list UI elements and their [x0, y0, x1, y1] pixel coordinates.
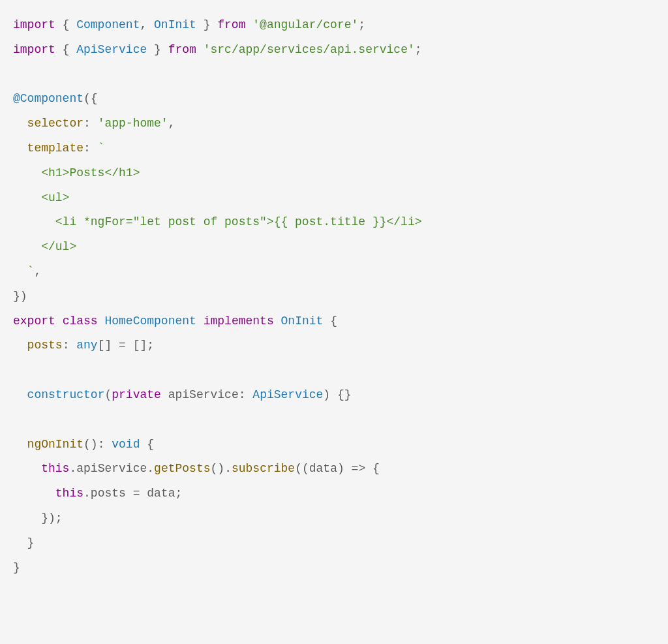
keyword-constructor: constructor: [27, 388, 105, 401]
empty-array: []: [133, 339, 147, 352]
space: [140, 438, 147, 451]
string-angular-core: '@angular/core': [252, 18, 358, 31]
line-1: import { Component, OnInit } from '@angu…: [13, 18, 365, 31]
comma: ,: [168, 117, 175, 130]
paren: (: [104, 388, 112, 401]
line-21: });: [13, 512, 63, 525]
indent: [13, 438, 27, 451]
dot: .: [224, 462, 232, 475]
keyword-from: from: [217, 18, 245, 31]
line-19: this.apiService.getPosts().subscribe((da…: [13, 462, 380, 475]
space: [344, 462, 352, 475]
line-12-close: }): [13, 290, 27, 303]
paren-brace: ({: [84, 92, 98, 105]
equals: =: [126, 487, 147, 500]
colon: :: [239, 388, 253, 401]
colon: :: [63, 339, 77, 352]
prop-selector: selector: [27, 117, 84, 130]
string-api-service-path: 'src/app/services/api.service': [204, 43, 415, 56]
space: [323, 314, 330, 328]
semicolon: ;: [415, 43, 422, 56]
line-2: import { ApiService } from 'src/app/serv…: [13, 43, 422, 56]
type-void: void: [112, 438, 140, 451]
param-data: data: [309, 462, 337, 475]
space: [196, 43, 204, 56]
equals: =: [112, 339, 132, 352]
space: [55, 314, 63, 328]
brace: }: [147, 43, 168, 56]
colon: :: [84, 142, 98, 155]
dot: .: [147, 462, 154, 475]
comma: ,: [140, 18, 154, 31]
line-6: template: `: [13, 142, 104, 155]
line-18: ngOnInit(): void {: [13, 438, 154, 451]
space: [274, 314, 281, 328]
ident-component: Component: [76, 18, 140, 31]
fn-subscribe: subscribe: [232, 462, 295, 475]
string-selector-val: 'app-home': [98, 117, 168, 130]
indent: [13, 142, 27, 155]
brackets: []: [98, 339, 112, 352]
indent: [13, 117, 27, 130]
paren: ): [337, 462, 344, 475]
indent: [13, 339, 27, 352]
space: [365, 462, 372, 475]
line-5: selector: 'app-home',: [13, 117, 175, 130]
keyword-implements: implements: [204, 314, 274, 328]
brace: {: [55, 43, 76, 56]
line-8-template-ul: <ul>: [13, 191, 69, 204]
line-14: posts: any[] = [];: [13, 339, 154, 352]
parens: (): [84, 438, 98, 451]
fn-getposts: getPosts: [154, 462, 210, 475]
indent: [13, 388, 27, 401]
decorator-component: @Component: [13, 92, 84, 105]
method-ngoninit: ngOnInit: [27, 438, 84, 451]
keyword-export: export: [13, 314, 55, 328]
indent: [13, 265, 27, 278]
paren-braces: ) {}: [323, 388, 351, 401]
semicolon: ;: [358, 18, 365, 31]
code-snippet: import { Component, OnInit } from '@angu…: [13, 13, 655, 580]
keyword-this: this: [41, 462, 69, 475]
line-13: export class HomeComponent implements On…: [13, 314, 337, 328]
keyword-private: private: [112, 388, 161, 401]
ident-homecomponent: HomeComponent: [104, 314, 196, 328]
keyword-from: from: [168, 43, 196, 56]
colon: :: [84, 117, 98, 130]
backtick: `: [98, 142, 105, 155]
line-4: @Component({: [13, 92, 98, 105]
keyword-import: import: [13, 43, 55, 56]
ident-apiservice: ApiService: [76, 43, 147, 56]
prop-posts: posts: [27, 339, 63, 352]
comma: ,: [34, 265, 41, 278]
parens: (): [211, 462, 225, 475]
indent: [13, 462, 41, 475]
arrow: =>: [352, 462, 366, 475]
keyword-import: import: [13, 18, 55, 31]
line-9-template-li: <li *ngFor="let post of posts">{{ post.t…: [13, 215, 422, 228]
brace: }: [196, 18, 217, 31]
space: [196, 314, 204, 328]
space: [245, 18, 252, 31]
var-apiservice: apiService: [168, 388, 239, 401]
line-22: }: [13, 536, 34, 549]
brace: {: [372, 462, 380, 475]
line-10-template-ul-close: </ul>: [13, 240, 76, 253]
colon: :: [98, 438, 112, 451]
space: [98, 314, 105, 328]
space: [161, 388, 168, 401]
line-7-template-h1: <h1>Posts</h1>: [13, 166, 140, 179]
type-apiservice: ApiService: [252, 388, 323, 401]
line-23: }: [13, 561, 20, 574]
ident-oninit: OnInit: [281, 314, 324, 328]
prop-posts: posts: [91, 487, 126, 500]
dot: .: [84, 487, 91, 500]
brace: {: [330, 314, 337, 328]
line-11: `,: [13, 265, 41, 278]
semicolon: ;: [175, 487, 182, 500]
var-data: data: [147, 487, 175, 500]
semicolon: ;: [147, 339, 154, 352]
brace: {: [55, 18, 76, 31]
line-20: this.posts = data;: [13, 487, 182, 500]
keyword-class: class: [63, 314, 98, 328]
